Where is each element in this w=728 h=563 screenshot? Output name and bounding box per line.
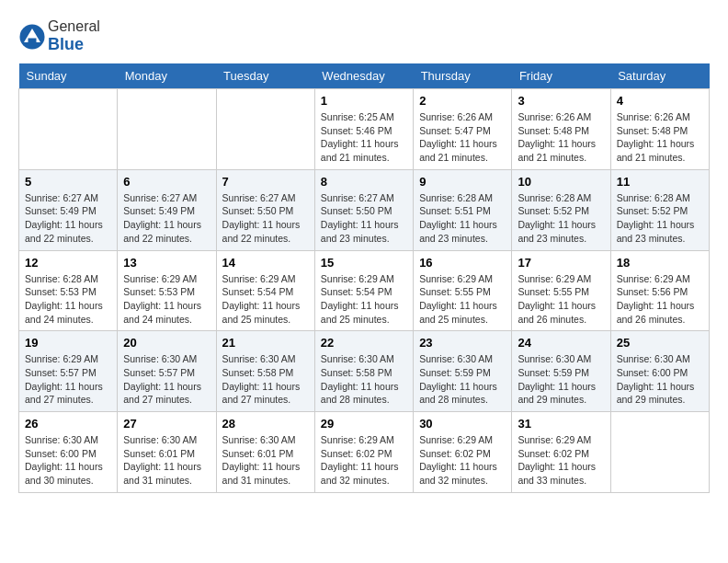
calendar-cell: 26Sunrise: 6:30 AMSunset: 6:00 PMDayligh… <box>19 412 118 493</box>
calendar-cell <box>19 89 118 170</box>
calendar-cell <box>610 412 709 493</box>
day-number: 5 <box>25 175 111 189</box>
calendar-week-row: 19Sunrise: 6:29 AMSunset: 5:57 PMDayligh… <box>19 331 710 412</box>
calendar-cell: 24Sunrise: 6:30 AMSunset: 5:59 PMDayligh… <box>512 331 610 412</box>
calendar-cell: 19Sunrise: 6:29 AMSunset: 5:57 PMDayligh… <box>19 331 118 412</box>
day-number: 19 <box>25 336 111 350</box>
calendar-week-row: 26Sunrise: 6:30 AMSunset: 6:00 PMDayligh… <box>19 412 710 493</box>
calendar-cell: 12Sunrise: 6:28 AMSunset: 5:53 PMDayligh… <box>19 250 118 331</box>
weekday-header: Monday <box>118 63 216 89</box>
day-number: 9 <box>419 175 506 189</box>
calendar-week-row: 12Sunrise: 6:28 AMSunset: 5:53 PMDayligh… <box>19 250 710 331</box>
calendar-cell: 5Sunrise: 6:27 AMSunset: 5:49 PMDaylight… <box>19 169 118 250</box>
calendar-cell: 11Sunrise: 6:28 AMSunset: 5:52 PMDayligh… <box>610 169 709 250</box>
calendar-cell <box>216 89 314 170</box>
day-info: Sunrise: 6:26 AMSunset: 5:48 PMDaylight:… <box>617 110 703 165</box>
calendar-cell: 8Sunrise: 6:27 AMSunset: 5:50 PMDaylight… <box>314 169 413 250</box>
day-number: 20 <box>123 336 210 350</box>
day-info: Sunrise: 6:30 AMSunset: 5:59 PMDaylight:… <box>518 352 604 407</box>
day-info: Sunrise: 6:30 AMSunset: 6:00 PMDaylight:… <box>617 352 703 407</box>
calendar-cell: 30Sunrise: 6:29 AMSunset: 6:02 PMDayligh… <box>414 412 512 493</box>
day-number: 4 <box>617 94 703 108</box>
day-number: 15 <box>321 256 407 270</box>
day-number: 6 <box>123 175 210 189</box>
logo: General Blue <box>18 18 100 54</box>
day-info: Sunrise: 6:26 AMSunset: 5:48 PMDaylight:… <box>518 110 604 165</box>
day-info: Sunrise: 6:29 AMSunset: 5:56 PMDaylight:… <box>617 272 703 327</box>
day-number: 7 <box>222 175 309 189</box>
day-info: Sunrise: 6:30 AMSunset: 6:01 PMDaylight:… <box>123 433 210 488</box>
calendar-cell: 1Sunrise: 6:25 AMSunset: 5:46 PMDaylight… <box>314 89 413 170</box>
day-info: Sunrise: 6:27 AMSunset: 5:50 PMDaylight:… <box>222 191 309 246</box>
calendar-cell: 2Sunrise: 6:26 AMSunset: 5:47 PMDaylight… <box>414 89 512 170</box>
day-info: Sunrise: 6:29 AMSunset: 5:53 PMDaylight:… <box>123 272 210 327</box>
logo-icon <box>18 23 46 51</box>
page-header: General Blue <box>18 18 710 54</box>
calendar-cell: 28Sunrise: 6:30 AMSunset: 6:01 PMDayligh… <box>216 412 314 493</box>
calendar-cell: 6Sunrise: 6:27 AMSunset: 5:49 PMDaylight… <box>118 169 216 250</box>
calendar-table: SundayMondayTuesdayWednesdayThursdayFrid… <box>18 63 710 493</box>
logo-blue-text: Blue <box>48 35 84 53</box>
day-info: Sunrise: 6:30 AMSunset: 5:59 PMDaylight:… <box>419 352 506 407</box>
calendar-cell: 21Sunrise: 6:30 AMSunset: 5:58 PMDayligh… <box>216 331 314 412</box>
day-info: Sunrise: 6:29 AMSunset: 5:54 PMDaylight:… <box>321 272 407 327</box>
day-info: Sunrise: 6:25 AMSunset: 5:46 PMDaylight:… <box>321 110 407 165</box>
day-info: Sunrise: 6:29 AMSunset: 5:55 PMDaylight:… <box>518 272 604 327</box>
day-info: Sunrise: 6:28 AMSunset: 5:51 PMDaylight:… <box>419 191 506 246</box>
day-info: Sunrise: 6:29 AMSunset: 5:54 PMDaylight:… <box>222 272 309 327</box>
day-info: Sunrise: 6:28 AMSunset: 5:52 PMDaylight:… <box>617 191 703 246</box>
day-info: Sunrise: 6:29 AMSunset: 6:02 PMDaylight:… <box>419 433 506 488</box>
day-number: 12 <box>25 256 111 270</box>
day-number: 8 <box>321 175 407 189</box>
day-number: 25 <box>617 336 703 350</box>
day-info: Sunrise: 6:30 AMSunset: 6:00 PMDaylight:… <box>25 433 111 488</box>
day-info: Sunrise: 6:27 AMSunset: 5:49 PMDaylight:… <box>25 191 111 246</box>
day-info: Sunrise: 6:27 AMSunset: 5:50 PMDaylight:… <box>321 191 407 246</box>
day-number: 14 <box>222 256 309 270</box>
weekday-header: Sunday <box>19 63 118 89</box>
day-info: Sunrise: 6:30 AMSunset: 5:58 PMDaylight:… <box>321 352 407 407</box>
calendar-cell: 3Sunrise: 6:26 AMSunset: 5:48 PMDaylight… <box>512 89 610 170</box>
day-number: 11 <box>617 175 703 189</box>
calendar-week-row: 5Sunrise: 6:27 AMSunset: 5:49 PMDaylight… <box>19 169 710 250</box>
day-info: Sunrise: 6:29 AMSunset: 6:02 PMDaylight:… <box>518 433 604 488</box>
calendar-cell: 14Sunrise: 6:29 AMSunset: 5:54 PMDayligh… <box>216 250 314 331</box>
day-info: Sunrise: 6:29 AMSunset: 5:57 PMDaylight:… <box>25 352 111 407</box>
calendar-cell: 18Sunrise: 6:29 AMSunset: 5:56 PMDayligh… <box>610 250 709 331</box>
calendar-cell: 15Sunrise: 6:29 AMSunset: 5:54 PMDayligh… <box>314 250 413 331</box>
day-number: 13 <box>123 256 210 270</box>
calendar-cell: 20Sunrise: 6:30 AMSunset: 5:57 PMDayligh… <box>118 331 216 412</box>
calendar-cell: 16Sunrise: 6:29 AMSunset: 5:55 PMDayligh… <box>414 250 512 331</box>
calendar-cell: 22Sunrise: 6:30 AMSunset: 5:58 PMDayligh… <box>314 331 413 412</box>
calendar-cell: 25Sunrise: 6:30 AMSunset: 6:00 PMDayligh… <box>610 331 709 412</box>
weekday-header: Tuesday <box>216 63 314 89</box>
day-number: 24 <box>518 336 604 350</box>
day-info: Sunrise: 6:30 AMSunset: 5:57 PMDaylight:… <box>123 352 210 407</box>
day-number: 26 <box>25 417 111 431</box>
weekday-header-row: SundayMondayTuesdayWednesdayThursdayFrid… <box>19 63 710 89</box>
day-info: Sunrise: 6:30 AMSunset: 6:01 PMDaylight:… <box>222 433 309 488</box>
calendar-cell: 27Sunrise: 6:30 AMSunset: 6:01 PMDayligh… <box>118 412 216 493</box>
day-number: 17 <box>518 256 604 270</box>
day-number: 21 <box>222 336 309 350</box>
weekday-header: Friday <box>512 63 610 89</box>
calendar-cell: 31Sunrise: 6:29 AMSunset: 6:02 PMDayligh… <box>512 412 610 493</box>
day-number: 23 <box>419 336 506 350</box>
day-info: Sunrise: 6:29 AMSunset: 6:02 PMDaylight:… <box>321 433 407 488</box>
day-info: Sunrise: 6:28 AMSunset: 5:52 PMDaylight:… <box>518 191 604 246</box>
day-number: 30 <box>419 417 506 431</box>
day-info: Sunrise: 6:30 AMSunset: 5:58 PMDaylight:… <box>222 352 309 407</box>
calendar-cell: 29Sunrise: 6:29 AMSunset: 6:02 PMDayligh… <box>314 412 413 493</box>
weekday-header: Thursday <box>414 63 512 89</box>
calendar-cell: 9Sunrise: 6:28 AMSunset: 5:51 PMDaylight… <box>414 169 512 250</box>
day-info: Sunrise: 6:26 AMSunset: 5:47 PMDaylight:… <box>419 110 506 165</box>
day-number: 22 <box>321 336 407 350</box>
day-number: 2 <box>419 94 506 108</box>
day-info: Sunrise: 6:28 AMSunset: 5:53 PMDaylight:… <box>25 272 111 327</box>
calendar-cell: 17Sunrise: 6:29 AMSunset: 5:55 PMDayligh… <box>512 250 610 331</box>
svg-rect-2 <box>28 38 37 42</box>
day-number: 10 <box>518 175 604 189</box>
day-number: 31 <box>518 417 604 431</box>
day-info: Sunrise: 6:29 AMSunset: 5:55 PMDaylight:… <box>419 272 506 327</box>
calendar-cell: 13Sunrise: 6:29 AMSunset: 5:53 PMDayligh… <box>118 250 216 331</box>
